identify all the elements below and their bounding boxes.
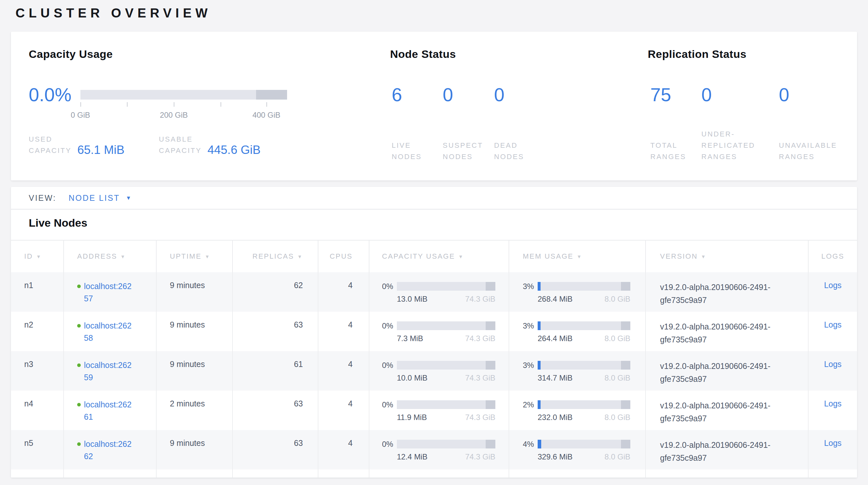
node-live-dot-icon: [77, 442, 81, 446]
node-live-dot-icon: [77, 364, 81, 367]
mem-bar-reserved: [621, 400, 630, 409]
cell-cpus: 4: [318, 351, 369, 391]
sort-desc-icon: ▼: [298, 254, 303, 259]
cell-logs: Logs: [808, 391, 857, 430]
replicas-value: 63: [294, 438, 303, 448]
stat-label-line: RANGES: [650, 151, 686, 162]
capacity-gauge: 7.3 MiB 74.3 GiB: [397, 321, 495, 351]
sort-desc-icon: ▼: [458, 254, 464, 259]
cell-mem-usage: 4% 329.6 MiB 8.0 GiB: [508, 430, 645, 469]
capacity-gauge-bar: [81, 90, 287, 99]
capacity-bar-reserved: [486, 321, 496, 330]
version-value: v19.2.0-alpha.20190606-2491-gfe735c9a97: [660, 360, 806, 386]
axis-tick-label: 0 GiB: [71, 111, 90, 120]
used-capacity-value: 65.1 MiB: [77, 144, 124, 156]
version-value: v19.2.0-alpha.20190606-2491-gfe735c9a97: [660, 438, 806, 464]
cluster-summary-card: Capacity Usage 0.0% 0 GiB200 GiB400 GiB …: [11, 32, 857, 180]
node-address-link[interactable]: localhost:26259: [84, 359, 135, 391]
logs-link[interactable]: Logs: [824, 399, 841, 408]
used-capacity-stat: USED CAPACITY 65.1 MiB: [29, 134, 124, 156]
capacity-bar-reserved: [486, 440, 496, 449]
mem-used-value: 268.4 MiB: [538, 294, 572, 304]
cell-empty: [808, 469, 857, 478]
header-label: MEM USAGE: [523, 252, 574, 261]
header-version[interactable]: VERSION ▼: [645, 240, 808, 272]
logs-link[interactable]: Logs: [824, 320, 841, 329]
unavailable-ranges-value: 0: [779, 85, 789, 104]
logs-link[interactable]: Logs: [824, 438, 841, 448]
mem-used-value: 314.7 MiB: [538, 373, 572, 382]
header-replicas[interactable]: REPLICAS ▼: [232, 240, 318, 272]
header-uptime[interactable]: UPTIME ▼: [156, 240, 232, 272]
cell-version: v19.2.0-alpha.20190606-2491-gfe735c9a97: [645, 312, 808, 351]
cell-logs: Logs: [808, 430, 857, 469]
node-address-link[interactable]: localhost:26258: [84, 319, 135, 351]
usable-capacity-value: 445.6 GiB: [207, 144, 260, 156]
cpus-value: 4: [348, 399, 352, 408]
node-address-link[interactable]: localhost:26262: [84, 438, 135, 469]
mem-bar: [538, 361, 630, 370]
cell-empty: [645, 469, 808, 478]
stat-label-line: UNAVAILABLE: [779, 140, 837, 151]
page-title: CLUSTER OVERVIEW: [16, 6, 212, 20]
cell-uptime: 2 minutes: [156, 391, 232, 430]
cell-replicas: 62: [232, 272, 318, 312]
uptime-value: 9 minutes: [170, 438, 205, 448]
header-label: REPLICAS: [252, 252, 294, 261]
cell-empty: [11, 469, 63, 478]
node-address-link[interactable]: localhost:26261: [84, 398, 135, 430]
table-body: n1 localhost:26257 9 minutes 62 4 0% 13.…: [11, 272, 857, 469]
view-selector-dropdown[interactable]: NODE LIST ▼: [68, 193, 131, 203]
mem-max-value: 8.0 GiB: [604, 334, 630, 343]
version-value: v19.2.0-alpha.20190606-2491-gfe735c9a97: [660, 399, 806, 425]
axis-tick-label: 200 GiB: [160, 111, 188, 120]
cell-logs: Logs: [808, 272, 857, 312]
mem-used-value: 329.6 MiB: [538, 452, 572, 461]
header-address[interactable]: ADDRESS ▼: [63, 240, 156, 272]
cell-empty: [318, 469, 369, 478]
stat-label-line: NODES: [443, 151, 483, 162]
header-mem-usage[interactable]: MEM USAGE ▼: [508, 240, 645, 272]
stat-label-line: LIVE: [392, 140, 422, 151]
node-address-link[interactable]: localhost:26257: [84, 280, 135, 312]
header-label: CAPACITY USAGE: [382, 252, 455, 261]
cell-replicas: 63: [232, 391, 318, 430]
replicas-value: 63: [294, 320, 303, 329]
usable-capacity-label-line: CAPACITY: [159, 145, 202, 156]
cell-replicas: 63: [232, 312, 318, 351]
capacity-gauge: 11.9 MiB 74.3 GiB: [397, 400, 495, 430]
capacity-bar-reserved: [486, 282, 496, 291]
cell-address: localhost:26257: [63, 272, 156, 312]
capacity-percent-label: 0%: [382, 361, 397, 391]
mem-max-value: 8.0 GiB: [604, 452, 630, 461]
replication-status-section: Replication Status 75 TOTAL RANGES 0 UND…: [648, 32, 857, 180]
logs-link[interactable]: Logs: [824, 360, 841, 369]
mem-percent-label: 4%: [523, 440, 538, 469]
mem-bar-fill: [538, 400, 540, 409]
header-id[interactable]: ID ▼: [11, 240, 63, 272]
table-header-row: ID ▼ ADDRESS ▼ UPTIME ▼ REPLICAS ▼ CPUS …: [11, 240, 857, 272]
sort-desc-icon: ▼: [701, 254, 707, 259]
cell-capacity-usage: 0% 11.9 MiB 74.3 GiB: [369, 391, 508, 430]
sort-desc-icon: ▼: [36, 254, 42, 259]
mem-bar-fill: [538, 361, 540, 370]
stat-label-line: SUSPECT: [443, 140, 483, 151]
capacity-bar: [397, 400, 495, 409]
node-id: n3: [24, 360, 33, 369]
live-nodes-card: VIEW: NODE LIST ▼ Live Nodes ID ▼ ADDRES…: [11, 187, 857, 478]
sort-desc-icon: ▼: [577, 254, 582, 259]
stat-label-line: RANGES: [702, 151, 755, 162]
dead-nodes-value: 0: [494, 85, 504, 104]
stat-label-line: DEAD: [494, 140, 524, 151]
table-row: n1 localhost:26257 9 minutes 62 4 0% 13.…: [11, 272, 857, 312]
cell-mem-usage: 3% 314.7 MiB 8.0 GiB: [508, 351, 645, 391]
logs-link[interactable]: Logs: [824, 281, 841, 290]
stat-label-line: RANGES: [779, 151, 837, 162]
capacity-max-value: 74.3 GiB: [465, 373, 495, 382]
header-capacity-usage[interactable]: CAPACITY USAGE ▼: [369, 240, 508, 272]
header-label: UPTIME: [170, 252, 202, 261]
cell-cpus: 4: [318, 391, 369, 430]
stat-label-line: NODES: [392, 151, 422, 162]
table-row: n4 localhost:26261 2 minutes 63 4 0% 11.…: [11, 391, 857, 430]
cell-mem-usage: 3% 268.4 MiB 8.0 GiB: [508, 272, 645, 312]
